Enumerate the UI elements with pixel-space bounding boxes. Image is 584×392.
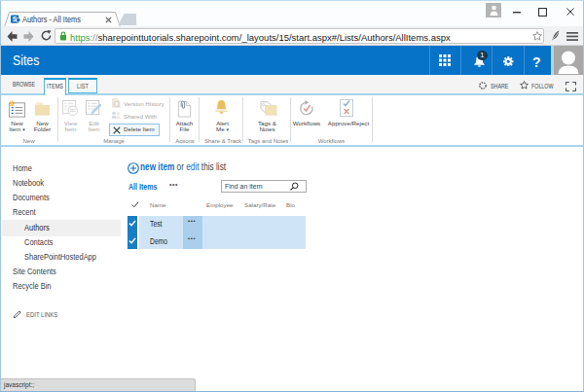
svg-text:S: S <box>13 16 18 22</box>
